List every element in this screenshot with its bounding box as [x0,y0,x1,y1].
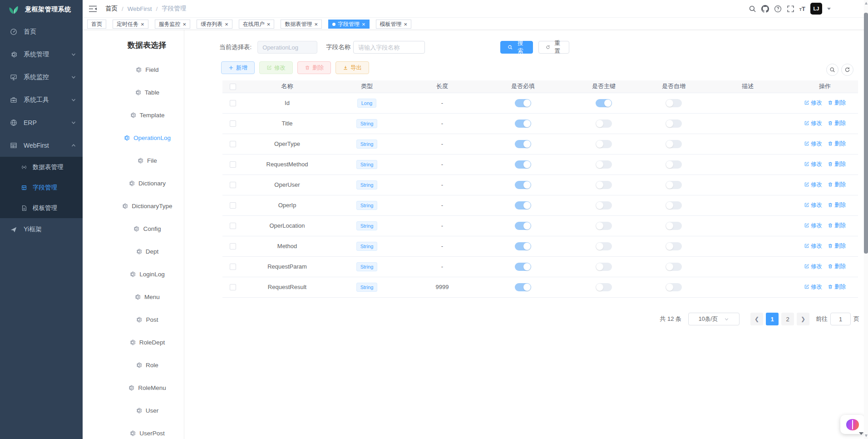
required-toggle[interactable] [515,263,531,271]
delete-row-button[interactable]: 删除 [828,181,846,189]
assistant-floating-button[interactable] [840,415,865,434]
edit-row-button[interactable]: 修改 [804,120,822,127]
primary-key-toggle[interactable] [596,160,612,169]
tree-node[interactable]: Menu [83,285,184,308]
row-checkbox[interactable] [230,120,236,127]
assistant-caret-icon[interactable] [859,432,863,435]
tab-item[interactable]: 首页 [87,20,106,29]
required-toggle[interactable] [515,99,531,107]
primary-key-toggle[interactable] [596,99,612,107]
sidebar-item[interactable]: ERP [0,111,83,134]
delete-row-button[interactable]: 删除 [828,99,846,107]
edit-row-button[interactable]: 修改 [804,242,822,250]
add-button[interactable]: 新增 [221,61,255,74]
auto-increment-toggle[interactable] [666,99,682,107]
tab-close-icon[interactable]: × [314,21,318,27]
edit-button[interactable]: 修改 [259,61,293,74]
breadcrumb-module[interactable]: WebFirst [128,5,152,12]
field-name-input[interactable] [353,41,425,54]
search-icon[interactable] [749,5,756,13]
delete-button[interactable]: 删除 [297,61,331,74]
edit-row-button[interactable]: 修改 [804,283,822,291]
tab-item[interactable]: 缓存列表× [197,20,232,29]
tab-close-icon[interactable]: × [141,21,144,27]
required-toggle[interactable] [515,242,531,250]
delete-row-button[interactable]: 删除 [828,140,846,148]
tab-close-icon[interactable]: × [267,21,271,27]
sidebar-subitem[interactable]: 字段管理 [0,177,83,198]
edit-row-button[interactable]: 修改 [804,140,822,148]
tree-node[interactable]: RoleMenu [83,376,184,399]
refresh-table-button[interactable] [841,64,853,76]
edit-row-button[interactable]: 修改 [804,201,822,209]
auto-increment-toggle[interactable] [666,222,682,230]
scrollbar-thumb[interactable] [864,13,868,254]
tree-node[interactable]: User [83,399,184,422]
search-button[interactable]: 搜索 [500,41,533,54]
tab-item[interactable]: 字段管理× [328,20,370,29]
prev-page-button[interactable]: ❮ [750,313,763,325]
avatar[interactable]: LJ [810,3,822,15]
auto-increment-toggle[interactable] [666,242,682,250]
tree-node[interactable]: Table [83,81,184,104]
user-menu-caret-icon[interactable] [827,8,831,10]
github-icon[interactable] [761,5,769,13]
row-checkbox[interactable] [230,264,236,270]
auto-increment-toggle[interactable] [666,181,682,189]
auto-increment-toggle[interactable] [666,201,682,210]
tab-item[interactable]: 定时任务× [113,20,148,29]
auto-increment-toggle[interactable] [666,263,682,271]
sidebar-item[interactable]: WebFirst [0,134,83,157]
required-toggle[interactable] [515,201,531,210]
select-all-checkbox[interactable] [230,84,236,90]
row-checkbox[interactable] [230,100,236,106]
tree-node[interactable]: Dept [83,240,184,263]
tab-close-icon[interactable]: × [404,21,408,27]
font-size-icon[interactable]: TT [799,5,805,12]
edit-row-button[interactable]: 修改 [804,99,822,107]
sidebar-item[interactable]: 系统监控 [0,66,83,89]
help-icon[interactable] [774,5,782,13]
tab-close-icon[interactable]: × [225,21,228,27]
primary-key-toggle[interactable] [596,263,612,271]
auto-increment-toggle[interactable] [666,283,682,291]
delete-row-button[interactable]: 删除 [828,201,846,209]
page-number-button[interactable]: 1 [766,313,779,325]
row-checkbox[interactable] [230,202,236,209]
row-checkbox[interactable] [230,161,236,168]
scroll-down-arrow-icon[interactable] [865,434,868,437]
tree-node[interactable]: Dictionary [83,172,184,195]
tree-node[interactable]: OperationLog [83,126,184,149]
tab-item[interactable]: 数据表管理× [281,20,322,29]
tree-node[interactable]: RoleDept [83,331,184,354]
row-checkbox[interactable] [230,284,236,290]
page-number-button[interactable]: 2 [781,313,794,325]
row-checkbox[interactable] [230,223,236,229]
show-search-button[interactable] [826,64,838,76]
tree-node[interactable]: UserPost [83,422,184,439]
required-toggle[interactable] [515,283,531,291]
tab-item[interactable]: 在线用户× [239,20,275,29]
edit-row-button[interactable]: 修改 [804,263,822,270]
tab-close-icon[interactable]: × [362,21,365,27]
delete-row-button[interactable]: 删除 [828,222,846,229]
sidebar-item[interactable]: 系统管理 [0,43,83,66]
tree-node[interactable]: Post [83,308,184,331]
primary-key-toggle[interactable] [596,242,612,250]
auto-increment-toggle[interactable] [666,160,682,169]
tab-close-icon[interactable]: × [183,21,187,27]
delete-row-button[interactable]: 删除 [828,263,846,270]
tree-node[interactable]: Config [83,217,184,240]
tree-node[interactable]: File [83,149,184,172]
required-toggle[interactable] [515,160,531,169]
delete-row-button[interactable]: 删除 [828,160,846,168]
sidebar-item[interactable]: 首页 [0,20,83,43]
primary-key-toggle[interactable] [596,201,612,210]
tree-node[interactable]: LoginLog [83,263,184,285]
delete-row-button[interactable]: 删除 [828,120,846,127]
auto-increment-toggle[interactable] [666,120,682,128]
required-toggle[interactable] [515,140,531,148]
sidebar-subitem[interactable]: 数据表管理 [0,157,83,177]
next-page-button[interactable]: ❯ [797,313,809,325]
tree-node[interactable]: Role [83,354,184,376]
